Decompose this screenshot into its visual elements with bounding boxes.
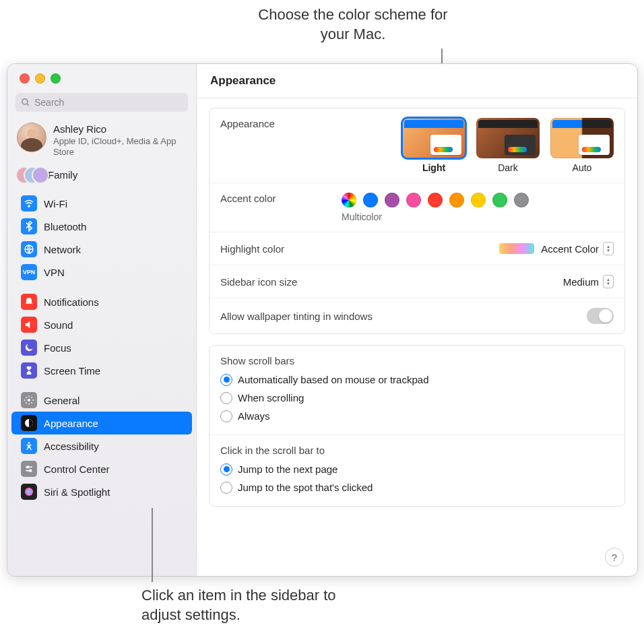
gear-icon: [21, 392, 37, 408]
sidebar-item-control-center[interactable]: Control Center: [11, 457, 192, 480]
search-icon: [21, 98, 30, 107]
moon-icon: [21, 340, 37, 356]
wallpaper-tint-label: Allow wallpaper tinting in windows: [220, 311, 587, 322]
accent-label: Accent color: [220, 193, 342, 204]
sidebar-item-vpn[interactable]: VPNVPN: [11, 261, 192, 284]
scroll-bars-group: Show scroll barsAutomatically based on m…: [210, 346, 624, 434]
sidebar-item-label: Siri & Spotlight: [44, 486, 110, 498]
sidebar-item-bluetooth[interactable]: Bluetooth: [11, 215, 192, 238]
radio-group-title: Show scroll bars: [220, 355, 614, 366]
close-button[interactable]: [20, 73, 30, 84]
minimize-button[interactable]: [35, 73, 45, 84]
svg-point-11: [25, 488, 33, 496]
sidebar-item-label: Appearance: [44, 418, 98, 429]
popup-arrows-icon: ▲▼: [603, 242, 614, 255]
window-controls: [7, 64, 196, 90]
radio-button: [220, 482, 232, 494]
highlight-gradient-icon: [499, 243, 534, 254]
radio-option[interactable]: When scrolling: [220, 389, 614, 407]
control-center-icon: [21, 461, 37, 477]
scroll-panel: Show scroll barsAutomatically based on m…: [209, 345, 625, 507]
family-row[interactable]: Family: [7, 161, 196, 188]
page-title: Appearance: [197, 64, 637, 98]
popup-arrows-icon: ▲▼: [603, 275, 614, 288]
accent-swatch[interactable]: [471, 193, 486, 207]
bluetooth-icon: [21, 218, 37, 234]
appearance-option-light[interactable]: Light: [402, 118, 465, 173]
radio-option[interactable]: Jump to the spot that's clicked: [220, 478, 614, 496]
fullscreen-button[interactable]: [51, 73, 61, 84]
appearance-panel: Appearance LightDarkAuto Accent color Mu…: [209, 108, 625, 334]
radio-option[interactable]: Always: [220, 407, 614, 425]
accent-swatch[interactable]: [428, 193, 443, 207]
radio-option[interactable]: Jump to the next page: [220, 460, 614, 478]
apple-id-row[interactable]: Ashley Rico Apple ID, iCloud+, Media & A…: [7, 117, 196, 161]
radio-button: [220, 392, 232, 404]
svg-point-0: [22, 99, 28, 104]
sidebar-item-notifications[interactable]: Notifications: [11, 290, 192, 313]
radio-label: Automatically based on mouse or trackpad: [238, 371, 428, 389]
accent-swatch[interactable]: [449, 193, 464, 207]
radio-option[interactable]: Automatically based on mouse or trackpad: [220, 371, 614, 389]
accessibility-icon: [21, 438, 37, 454]
sidebar-icon-popup[interactable]: Medium ▲▼: [563, 275, 614, 288]
accent-swatch[interactable]: [363, 193, 378, 207]
sidebar-item-wi-fi[interactable]: Wi-Fi: [11, 192, 192, 215]
svg-point-2: [28, 205, 30, 207]
accent-swatch[interactable]: [492, 193, 507, 207]
radio-group-title: Click in the scroll bar to: [220, 445, 614, 456]
callout-leader: [152, 508, 153, 582]
appearance-option-label: Dark: [476, 162, 540, 173]
svg-line-1: [27, 104, 29, 106]
sidebar-item-screen-time[interactable]: Screen Time: [11, 359, 192, 382]
svg-point-4: [28, 399, 30, 401]
sidebar-item-network[interactable]: Network: [11, 238, 192, 261]
click-scroll-group: Click in the scroll bar toJump to the ne…: [210, 434, 624, 506]
radio-label: When scrolling: [238, 389, 304, 407]
radio-label: Always: [238, 407, 270, 425]
family-icon: [15, 166, 44, 183]
sidebar-list: Wi-FiBluetoothNetworkVPNVPNNotifications…: [7, 192, 196, 503]
radio-label: Jump to the next page: [238, 460, 337, 478]
accent-swatch[interactable]: [406, 193, 421, 207]
vpn-icon: VPN: [21, 264, 37, 280]
sidebar-item-label: Focus: [44, 342, 71, 354]
sidebar-item-sound[interactable]: Sound: [11, 313, 192, 336]
sidebar: Search Ashley Rico Apple ID, iCloud+, Me…: [7, 64, 197, 576]
search-placeholder: Search: [34, 97, 64, 108]
radio-button: [220, 374, 232, 386]
sidebar-icon-label: Sidebar icon size: [220, 276, 342, 288]
callout-top: Choose the color scheme for your Mac.: [245, 5, 461, 44]
highlight-popup[interactable]: Accent Color ▲▼: [499, 242, 614, 255]
svg-point-6: [28, 442, 30, 444]
siri-icon: [21, 484, 37, 500]
sidebar-item-general[interactable]: General: [11, 389, 192, 412]
sidebar-item-label: Control Center: [44, 463, 110, 475]
sidebar-item-label: Screen Time: [44, 365, 100, 377]
wifi-icon: [21, 195, 37, 212]
appearance-thumb: [550, 118, 614, 158]
sidebar-item-accessibility[interactable]: Accessibility: [11, 434, 192, 457]
radio-button: [220, 463, 232, 476]
main-pane: Appearance Appearance LightDarkAuto Acce…: [197, 64, 637, 576]
appearance-option-auto[interactable]: Auto: [550, 118, 614, 173]
accent-swatch[interactable]: [342, 193, 356, 207]
svg-point-8: [27, 466, 29, 468]
highlight-value: Accent Color: [541, 243, 599, 255]
accent-swatch[interactable]: [385, 193, 399, 207]
appearance-option-dark[interactable]: Dark: [476, 118, 540, 173]
appearance-thumb: [476, 118, 540, 158]
network-icon: [21, 241, 37, 257]
sidebar-item-siri-spotlight[interactable]: Siri & Spotlight: [11, 480, 192, 503]
wallpaper-tint-switch[interactable]: [587, 308, 614, 324]
accent-swatch[interactable]: [514, 193, 529, 207]
sidebar-item-label: Wi-Fi: [44, 198, 67, 210]
sound-icon: [21, 317, 37, 333]
sidebar-item-appearance[interactable]: Appearance: [11, 412, 192, 434]
help-button[interactable]: ?: [605, 548, 624, 567]
svg-point-10: [30, 470, 32, 472]
search-input[interactable]: Search: [15, 93, 188, 112]
radio-label: Jump to the spot that's clicked: [238, 478, 373, 496]
system-settings-window: Search Ashley Rico Apple ID, iCloud+, Me…: [7, 63, 638, 577]
sidebar-item-focus[interactable]: Focus: [11, 336, 192, 359]
